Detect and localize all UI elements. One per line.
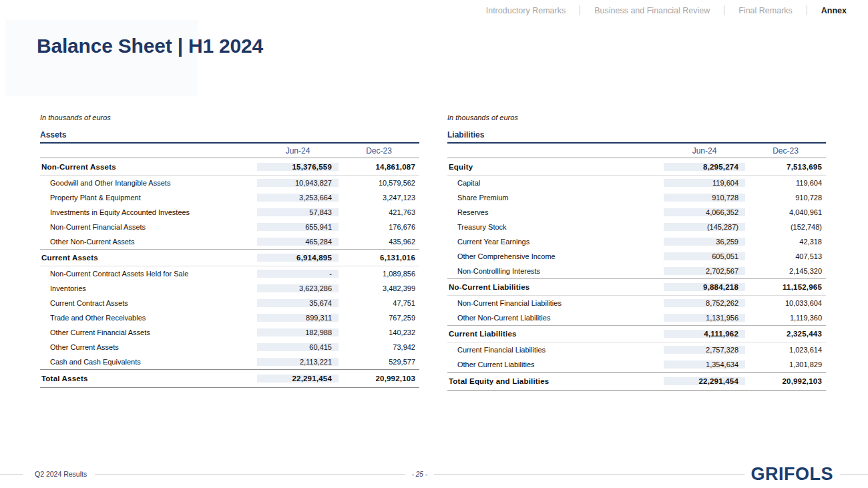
units-note: In thousands of euros [40,113,419,121]
row-value-dec23: 2,325,443 [745,330,826,338]
row-label: Total Assets [40,375,257,383]
row-label: Other Current Liabilities [447,360,664,369]
row-label: Treasury Stock [447,223,664,231]
table-row: Current Year Earnings36,25942,318 [447,234,826,249]
row-value-jun24: 899,311 [257,314,339,322]
table-row: Total Assets22,291,45420,992,103 [40,369,419,388]
row-value-dec23: 140,232 [339,328,419,336]
row-label: Non-Current Financial Liabilities [447,299,664,307]
row-value-dec23: 4,040,961 [745,208,826,216]
liabilities-table-rows: Equity8,295,2747,513,695Capital119,60411… [447,158,826,397]
row-value-jun24: 10,943,827 [257,179,339,187]
table-row: Investments in Equity Accounted Investee… [40,205,419,220]
row-label: Share Premium [447,194,664,202]
row-label: Equity [447,163,664,171]
table-row: Non-Current Financial Assets655,941176,6… [40,220,419,234]
row-value-jun24: 3,623,286 [257,284,339,292]
column-shade-tail [447,391,826,397]
table-row: Capital119,604119,604 [447,176,826,190]
row-label: Cash and Cash Equivalents [40,358,257,366]
row-label: Current Year Earnings [447,238,664,246]
row-value-jun24: 1,131,956 [664,314,745,322]
row-value-dec23: 11,152,965 [745,283,826,291]
table-row: Other Non-Current Liabilities1,131,9561,… [447,310,826,325]
row-value-dec23: 1,119,360 [745,314,826,322]
nav-item-introductory-remarks[interactable]: Introductory Remarks [486,6,566,15]
row-value-jun24: 2,757,328 [664,346,745,354]
row-value-dec23: 10,033,604 [745,299,826,307]
table-row: No-Current Liabilities9,884,21811,152,96… [447,278,826,296]
row-label: Other Current Assets [40,343,257,351]
footer-rule [95,474,405,475]
units-note: In thousands of euros [447,113,826,121]
column-shade-tail [40,388,419,394]
table-row: Current Liabilities4,111,9622,325,443 [447,325,826,342]
table-row: Inventories3,623,2863,482,399 [40,281,419,296]
row-value-dec23: 529,577 [339,358,419,366]
row-label: Investments in Equity Accounted Investee… [40,208,257,216]
row-value-dec23: 20,992,103 [745,377,826,385]
column-header-jun24: Jun-24 [664,146,745,156]
footer-rule [0,474,23,475]
table-row: Property Plant & Equipment3,253,6643,247… [40,190,419,205]
row-value-dec23: 73,942 [339,343,419,351]
row-label: Trade and Other Receivables [40,314,257,322]
row-value-jun24: 22,291,454 [257,375,339,383]
row-label: Non-Controllling Interests [447,267,664,275]
column-header-jun24: Jun-24 [257,146,339,156]
nav-item-final-remarks[interactable]: Final Remarks [738,6,793,15]
slide-section-nav: Introductory Remarks Business and Financ… [486,5,847,15]
liabilities-panel: In thousands of euros Liabilities Jun-24… [447,113,826,397]
table-row: Non-Current Assets15,376,55914,861,087 [40,158,419,176]
row-value-jun24: 4,111,962 [664,330,745,338]
row-value-dec23: 176,676 [339,223,419,231]
row-value-jun24: 35,674 [257,299,339,307]
column-header-dec23: Dec-23 [745,146,826,156]
liabilities-column-headers: Jun-24 Dec-23 [447,144,826,158]
table-row: Treasury Stock(145,287)(152,748) [447,220,826,234]
row-value-dec23: 1,023,614 [745,346,826,354]
row-label: Capital [447,179,664,187]
row-value-dec23: 3,247,123 [339,194,419,202]
row-value-jun24: 57,843 [257,208,339,216]
table-row: Share Premium910,728910,728 [447,190,826,205]
table-row: Current Assets6,914,8956,131,016 [40,249,419,266]
row-value-dec23: 14,861,087 [339,163,419,171]
liabilities-table-title: Liabilities [447,130,826,144]
row-value-jun24: 6,914,895 [257,254,339,262]
row-value-jun24: 60,415 [257,343,339,351]
row-value-jun24: 4,066,352 [664,208,745,216]
row-label: Reserves [447,208,664,216]
table-row: Other Non-Current Assets465,284435,962 [40,234,419,249]
row-value-dec23: 3,482,399 [339,284,419,292]
footer-rule [840,474,868,475]
table-row: Non-Controllling Interests2,702,5672,145… [447,264,826,278]
row-label: Inventories [40,284,257,292]
table-row: Other Comprehensive Income605,051407,513 [447,249,826,264]
row-label: Current Liabilities [447,330,664,338]
page-number: - 25 - [412,471,427,478]
footer-rule [434,474,744,475]
nav-item-business-and-financial-review[interactable]: Business and Financial Review [594,6,710,15]
table-row: Total Equity and Liabilities22,291,45420… [447,372,826,391]
row-value-jun24: 655,941 [257,223,339,231]
nav-item-annex[interactable]: Annex [821,6,847,15]
row-value-dec23: 435,962 [339,238,419,246]
row-value-dec23: 42,318 [745,238,826,246]
row-value-dec23: 407,513 [745,252,826,260]
row-value-jun24: 465,284 [257,238,339,246]
row-label: Current Contract Assets [40,299,257,307]
row-value-jun24: 910,728 [664,194,745,202]
row-value-jun24: 15,376,559 [257,163,339,171]
row-label: Other Comprehensive Income [447,252,664,260]
row-value-jun24: 1,354,634 [664,360,745,369]
table-row: Cash and Cash Equivalents2,113,221529,57… [40,354,419,369]
table-row: Other Current Assets60,41573,942 [40,340,419,354]
nav-separator [807,5,807,15]
row-value-dec23: 2,145,320 [745,267,826,275]
table-row: Other Current Financial Assets182,988140… [40,325,419,340]
table-row: Current Financial Liabilities2,757,3281,… [447,342,826,357]
row-value-jun24: 605,051 [664,252,745,260]
row-label: Current Financial Liabilities [447,346,664,354]
row-label: Other Current Financial Assets [40,328,257,336]
